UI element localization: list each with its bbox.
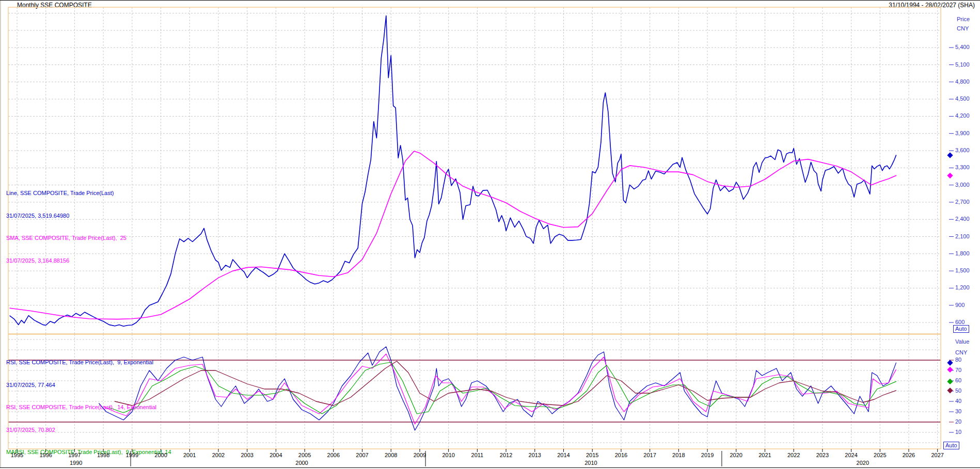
axis-tick-label: 40 (955, 398, 961, 404)
time-axis-label: 2009 (408, 452, 431, 458)
axis-tick-label: 4,500 (955, 95, 970, 102)
axis-tick-label: 2,100 (955, 233, 970, 239)
value-axis-title: Value (955, 338, 969, 345)
time-axis-label: 2025 (868, 452, 891, 458)
axis-tick-label: 80 (955, 357, 961, 363)
time-axis-label: 2026 (897, 452, 920, 458)
axis-tick-label: 600 (955, 319, 965, 325)
time-axis-label: 2003 (236, 452, 259, 458)
rsi9-legend-line: RSI, SSE COMPOSITE, Trade Price(Last), 9… (6, 359, 175, 366)
axis-tick-label: 50 (955, 387, 961, 394)
axis-tick-label: 3,900 (955, 130, 970, 136)
time-axis-label: 2017 (639, 452, 661, 458)
time-axis-label: 2015 (581, 452, 604, 458)
time-axis-label: 2002 (207, 452, 230, 458)
axis-tick-label: 70 (955, 367, 961, 373)
axis-tick-label: 3,300 (955, 164, 970, 170)
time-axis-label: 1998 (92, 452, 115, 458)
axis-tick-label: 60 (955, 377, 961, 383)
axis-tick-label: 4,800 (955, 78, 970, 85)
rsi14-legend-value: 31/07/2025, 70.802 (6, 426, 175, 434)
axis-tick-label: 10 (955, 429, 961, 435)
time-axis-label: 2011 (466, 452, 488, 458)
time-axis-label: 2023 (811, 452, 834, 458)
sma-legend-value: 31/07/2025, 3,164.88156 (6, 257, 127, 265)
time-axis-label: 2008 (380, 452, 402, 458)
time-axis-label: 1999 (121, 452, 144, 458)
time-axis-label: 2001 (178, 452, 201, 458)
axis-tick-label: 1990 (65, 460, 87, 466)
time-axis-label: 2007 (351, 452, 374, 458)
axis-tick-label: 20 (955, 418, 961, 425)
time-axis-label: 2021 (753, 452, 776, 458)
time-axis-label: 2019 (696, 452, 719, 458)
time-axis-label: 1997 (63, 452, 86, 458)
value-axis-unit: CNY (955, 349, 967, 355)
time-axis-label: 2024 (840, 452, 863, 458)
axis-tick-label: 2010 (579, 460, 602, 466)
time-axis-label: 2020 (725, 452, 748, 458)
price-legend-line: Line, SSE COMPOSITE, Trade Price(Last) (6, 189, 127, 197)
time-axis-label: 2006 (322, 452, 345, 458)
time-axis-label: 2005 (293, 452, 316, 458)
axis-tick-label: 1,800 (955, 250, 970, 256)
time-axis-label: 2013 (524, 452, 546, 458)
axis-tick-label: 2,700 (955, 199, 970, 205)
time-axis-label: 2000 (150, 452, 172, 458)
time-axis-auto-button[interactable]: Auto (943, 442, 959, 449)
price-axis-auto-button[interactable]: Auto (953, 325, 969, 333)
price-legend-value: 31/07/2025, 3,519.64980 (6, 212, 127, 220)
axis-tick-label: 5,100 (955, 61, 970, 68)
price-legend: Line, SSE COMPOSITE, Trade Price(Last) 3… (6, 174, 127, 279)
time-axis-label: 2010 (437, 452, 460, 458)
axis-tick-label: 1,500 (955, 267, 970, 273)
rsi-legend: RSI, SSE COMPOSITE, Trade Price(Last), 9… (6, 344, 175, 469)
time-axis-label: 2012 (495, 452, 517, 458)
rsi14-legend-line: RSI, SSE COMPOSITE, Trade Price(Last), 1… (6, 403, 175, 411)
axis-tick-label: 1,200 (955, 284, 970, 290)
axis-tick-label: 3,600 (955, 147, 970, 153)
axis-tick-label: 2000 (291, 460, 313, 466)
sma-legend-line: SMA, SSE COMPOSITE, Trade Price(Last), 2… (6, 234, 127, 242)
axis-tick-label: 30 (955, 408, 961, 414)
price-axis-title: Price (957, 16, 970, 22)
time-axis-label: 2018 (667, 452, 690, 458)
axis-tick-label: 5,400 (955, 44, 970, 50)
time-axis-label: 2014 (552, 452, 575, 458)
window-bottom-border (0, 467, 980, 468)
time-axis-label: 1995 (6, 452, 28, 458)
price-axis-unit: CNY (957, 25, 969, 31)
axis-tick-label: 3,000 (955, 182, 970, 188)
axis-tick-label: 900 (955, 302, 965, 308)
time-axis-label: 1996 (35, 452, 57, 458)
axis-tick-label: 4,200 (955, 112, 970, 119)
time-axis-label: 2004 (264, 452, 287, 458)
rsi9-legend-value: 31/07/2025, 77.464 (6, 381, 175, 389)
time-axis-label: 2022 (782, 452, 805, 458)
time-axis-label: 2016 (610, 452, 633, 458)
time-axis-label: 2027 (926, 452, 949, 458)
axis-tick-label: 2,400 (955, 216, 970, 222)
chart-window: Monthly SSE COMPOSITE 31/10/1994 - 28/02… (0, 0, 980, 469)
axis-tick-label: 2020 (851, 460, 874, 466)
